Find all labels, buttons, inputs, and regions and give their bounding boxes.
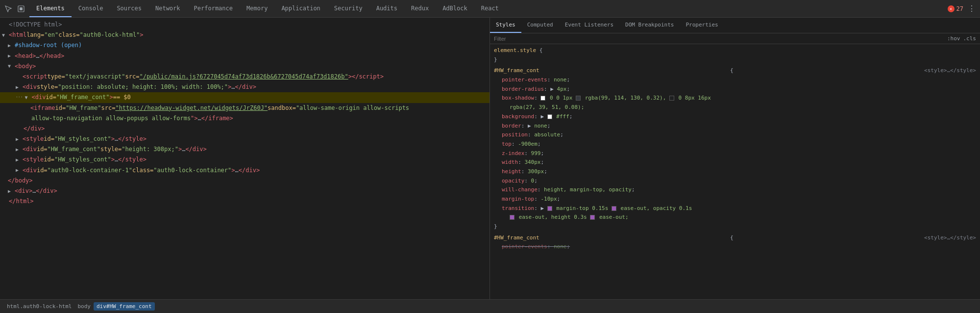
css-prop-mt: margin-top xyxy=(502,196,534,202)
css-val-mt: -10px xyxy=(540,196,557,202)
css-val-tr1: margin-top 0.15s xyxy=(556,205,612,211)
div-height-dots: … xyxy=(182,145,185,154)
tab-elements[interactable]: Elements xyxy=(29,0,72,17)
tab-dom-breakpoints[interactable]: DOM Breakpoints xyxy=(619,18,680,33)
hw-dot-marker: ··· xyxy=(16,95,23,101)
script-type-attr: type= xyxy=(48,72,65,81)
breadcrumb-html[interactable]: html.auth0-lock-html xyxy=(4,302,74,311)
hw-prop-transition: transition: ▶ margin-top 0.15s ease-out,… xyxy=(494,204,976,213)
auth0-close: > xyxy=(231,166,235,175)
iframe-close: "> xyxy=(191,114,197,123)
body-triangle[interactable] xyxy=(8,62,14,70)
hw-rule2-header: #HW_frame_cont { <style>…</style> xyxy=(494,234,976,243)
css-val-bg: #fff xyxy=(556,113,569,120)
hw-prop-top: top: -900em; xyxy=(494,140,976,149)
tab-redux[interactable]: Redux xyxy=(404,0,436,17)
html-tag: <html xyxy=(9,30,26,40)
dom-line-html[interactable]: <html lang="en" class="auth0-lock-html" … xyxy=(0,30,490,40)
tab-react[interactable]: React xyxy=(474,0,506,17)
element-style-brace-close: } xyxy=(494,56,497,63)
tab-security[interactable]: Security xyxy=(327,0,369,17)
tab-computed[interactable]: Computed xyxy=(521,18,559,33)
style2-close: > xyxy=(111,155,115,164)
script-tag: <script xyxy=(23,72,48,81)
tab-audits[interactable]: Audits xyxy=(369,0,404,17)
hw-tag: <div xyxy=(31,93,46,102)
styles-panel: Styles Computed Event Listeners DOM Brea… xyxy=(490,18,980,299)
dom-line-shadow-root[interactable]: #shadow-root (open) xyxy=(0,40,490,51)
dom-line-auth0[interactable]: <div id="auth0-lock-container-1" class="… xyxy=(0,165,490,176)
dom-line-style1[interactable]: <style id="HW_styles_cont" >…</style> xyxy=(0,134,490,144)
style1-tag: <style xyxy=(23,134,44,144)
div-height-style-value: "height: 308px;" xyxy=(122,145,178,154)
dom-line-hw-end: </div> xyxy=(0,124,490,134)
toolbar-tabs: Elements Console Sources Network Perform… xyxy=(29,0,944,17)
breadcrumb-bar: html.auth0-lock-html body div#HW_frame_c… xyxy=(0,299,980,313)
dom-line-head[interactable]: <head>…</head> xyxy=(0,51,490,61)
head-triangle[interactable] xyxy=(8,52,14,60)
css-prop-tr: transition xyxy=(502,205,534,211)
script-src-value[interactable]: "/public/main.js?6727045d74af73d1826b&67… xyxy=(139,72,348,81)
error-badge[interactable]: ✕ 27 xyxy=(948,5,963,12)
div-outer-triangle[interactable] xyxy=(8,187,14,195)
hov-button[interactable]: :hov xyxy=(947,35,960,42)
error-dot: ✕ xyxy=(948,5,955,12)
css-val-border: none xyxy=(534,123,547,129)
html-class-attr: class= xyxy=(58,30,79,40)
div-abs-style-attr: style= xyxy=(37,82,58,92)
hw-prop-background: background: ▶ #fff; xyxy=(494,112,976,122)
tab-properties[interactable]: Properties xyxy=(680,18,724,33)
breadcrumb-body[interactable]: body xyxy=(74,302,94,311)
hw-prop-border: border: ▶ none; xyxy=(494,122,976,131)
inspect-icon[interactable] xyxy=(17,4,25,13)
iframe-src-value[interactable]: "https://headway-widget.net/widgets/JrZ6… xyxy=(115,104,268,113)
css-prop-top: top xyxy=(502,141,512,147)
hw-end-div: </div> xyxy=(24,124,45,133)
cursor-icon[interactable] xyxy=(4,4,13,13)
div-abs-close: > xyxy=(228,82,231,92)
dom-line-div-outer[interactable]: <div>…</div> xyxy=(0,186,490,196)
css-val-height: 300px xyxy=(528,168,544,175)
dom-line-script[interactable]: <script type="text/javascript" src="/pub… xyxy=(0,72,490,82)
tab-styles[interactable]: Styles xyxy=(490,18,521,33)
dom-line-iframe-attrs: allow-top-navigation allow-popups allow-… xyxy=(0,113,490,124)
dom-line-div-abs[interactable]: <div style="position: absolute; height: … xyxy=(0,82,490,92)
breadcrumb-div[interactable]: div#HW_frame_cont xyxy=(94,302,155,311)
css-prop-border: border xyxy=(502,123,521,129)
tab-event-listeners[interactable]: Event Listeners xyxy=(559,18,619,33)
dom-line-div-height[interactable]: <div id="HW_frame_cont" style="height: 3… xyxy=(0,144,490,155)
style1-dots: … xyxy=(115,134,118,144)
tab-adblock[interactable]: AdBlock xyxy=(436,0,474,17)
css-prop-pe2: pointer-events xyxy=(502,243,547,250)
tab-network[interactable]: Network xyxy=(148,0,187,17)
hw-prop-box-shadow: box-shadow: 0 0 1px rgba(99, 114, 130, 0… xyxy=(494,94,976,103)
hw-prop-zindex: z-index: 999; xyxy=(494,149,976,158)
tab-performance[interactable]: Performance xyxy=(187,0,240,17)
shadow-root-triangle[interactable] xyxy=(8,42,14,50)
hw-frame-cont-rule2: #HW_frame_cont { <style>…</style> pointe… xyxy=(494,234,976,252)
dom-line-iframe[interactable]: <iframe id="HW_frame" src="https://headw… xyxy=(0,103,490,113)
more-options-icon[interactable]: ⋮ xyxy=(967,4,976,13)
html-triangle[interactable] xyxy=(2,31,8,39)
error-count: 27 xyxy=(956,5,963,12)
dom-line-style2[interactable]: <style id="HW_styles_cont" >…</style> xyxy=(0,155,490,165)
tab-memory[interactable]: Memory xyxy=(240,0,274,17)
auth0-triangle[interactable] xyxy=(16,166,22,174)
hw-triangle[interactable] xyxy=(24,94,30,102)
css-prop-br: border-radius xyxy=(502,86,544,92)
div-height-triangle[interactable] xyxy=(16,146,22,154)
style2-triangle[interactable] xyxy=(16,156,22,164)
styles-filter-btns: :hov .cls xyxy=(947,35,976,42)
div-abs-style-value: "position: absolute; height: 100%; width… xyxy=(58,82,228,92)
style1-triangle[interactable] xyxy=(16,135,22,143)
dom-line-body-open[interactable]: <body> xyxy=(0,61,490,72)
styles-filter-input[interactable] xyxy=(494,36,943,42)
tab-sources[interactable]: Sources xyxy=(110,0,148,17)
dom-line-hw-cont[interactable]: ··· <div id="HW_frame_cont" > == $0 xyxy=(0,92,490,103)
cls-button[interactable]: .cls xyxy=(963,35,977,42)
html-lang-attr: lang= xyxy=(26,30,44,40)
div-abs-triangle[interactable] xyxy=(16,83,22,91)
div-height-style-attr: style= xyxy=(100,145,122,154)
tab-application[interactable]: Application xyxy=(274,0,327,17)
tab-console[interactable]: Console xyxy=(72,0,110,17)
